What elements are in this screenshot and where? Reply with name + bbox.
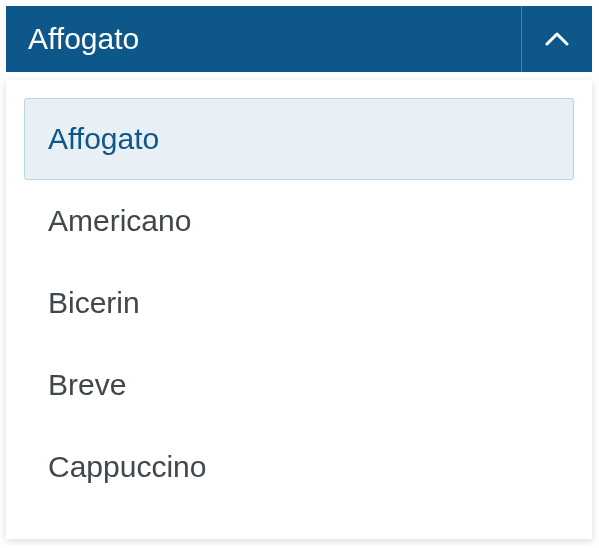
- chevron-up-icon: [545, 32, 569, 46]
- dropdown-list: Affogato Americano Bicerin Breve Cappucc…: [6, 80, 592, 539]
- dropdown-item-bicerin[interactable]: Bicerin: [24, 262, 574, 344]
- dropdown-item-cappuccino[interactable]: Cappuccino: [24, 426, 574, 508]
- dropdown-item-affogato[interactable]: Affogato: [24, 98, 574, 180]
- dropdown-item-label: Bicerin: [48, 286, 140, 319]
- dropdown-header[interactable]: Affogato: [6, 6, 592, 72]
- dropdown-item-label: Cappuccino: [48, 450, 206, 483]
- dropdown-item-label: Affogato: [48, 122, 159, 155]
- dropdown-item-label: Breve: [48, 368, 126, 401]
- dropdown-item-americano[interactable]: Americano: [24, 180, 574, 262]
- dropdown-item-breve[interactable]: Breve: [24, 344, 574, 426]
- dropdown-selected-value: Affogato: [6, 6, 521, 72]
- dropdown-toggle[interactable]: [521, 6, 592, 72]
- dropdown: Affogato Affogato Americano Bicerin Brev…: [6, 6, 592, 539]
- dropdown-item-label: Americano: [48, 204, 191, 237]
